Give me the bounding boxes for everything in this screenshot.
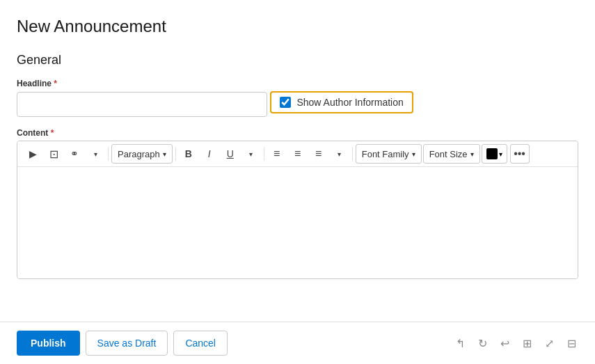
bottom-icon-3[interactable]: ↩ bbox=[498, 336, 511, 350]
show-author-checkbox[interactable] bbox=[280, 97, 291, 108]
font-size-dropdown[interactable]: Font Size ▾ bbox=[423, 144, 480, 164]
align-dropdown-button[interactable]: ▾ bbox=[330, 144, 349, 164]
format-dropdown-button[interactable]: ▾ bbox=[241, 144, 261, 164]
headline-label: Headline * bbox=[17, 79, 578, 88]
align-right-button[interactable]: ≡ bbox=[309, 144, 328, 164]
image-icon: ⊡ bbox=[49, 148, 58, 161]
more-icon: ••• bbox=[514, 148, 525, 160]
bottom-right-icons: ↰ ↻ ↩ ⊞ ⤢ ⊟ bbox=[453, 336, 578, 350]
publish-button[interactable]: Publish bbox=[17, 331, 80, 356]
media-dropdown-button[interactable]: ▾ bbox=[86, 144, 105, 164]
italic-icon: I bbox=[208, 148, 211, 159]
bottom-actions: Publish Save as Draft Cancel bbox=[17, 331, 228, 356]
bottom-icon-4[interactable]: ⊞ bbox=[520, 336, 534, 350]
font-family-chevron-icon: ▾ bbox=[412, 150, 415, 158]
editor-toolbar: ▶ ⊡ ⚭ ▾ Paragraph ▾ bbox=[17, 141, 578, 167]
font-size-chevron-icon: ▾ bbox=[470, 150, 474, 158]
font-family-label: Font Family bbox=[362, 149, 409, 159]
bottom-icon-6[interactable]: ⊟ bbox=[564, 336, 578, 350]
more-options-button[interactable]: ••• bbox=[510, 144, 530, 164]
content-editor: ▶ ⊡ ⚭ ▾ Paragraph ▾ bbox=[17, 141, 578, 279]
bold-icon: B bbox=[185, 148, 192, 159]
paragraph-chevron-icon: ▾ bbox=[163, 150, 166, 158]
bottom-icon-2[interactable]: ↻ bbox=[475, 336, 489, 350]
format-chevron-icon: ▾ bbox=[249, 150, 253, 158]
image-button[interactable]: ⊡ bbox=[44, 144, 63, 164]
link-button[interactable]: ⚭ bbox=[65, 144, 84, 164]
underline-button[interactable]: U bbox=[221, 144, 240, 164]
video-icon: ▶ bbox=[29, 148, 37, 159]
paragraph-dropdown[interactable]: Paragraph ▾ bbox=[111, 144, 173, 164]
color-picker-button[interactable]: ▾ bbox=[482, 144, 507, 164]
main-content: New Announcement General Headline * Show… bbox=[0, 0, 595, 322]
divider-4 bbox=[352, 147, 353, 161]
cancel-button[interactable]: Cancel bbox=[173, 331, 228, 356]
align-center-button[interactable]: ≡ bbox=[288, 144, 308, 164]
section-title: General bbox=[17, 53, 578, 68]
font-size-label: Font Size bbox=[429, 149, 468, 159]
divider-3 bbox=[264, 147, 264, 161]
align-left-icon: ≡ bbox=[273, 148, 280, 159]
divider-2 bbox=[175, 147, 176, 161]
bottom-icon-5[interactable]: ⤢ bbox=[542, 336, 556, 350]
divider-1 bbox=[108, 147, 109, 161]
content-required-indicator: * bbox=[51, 128, 54, 138]
link-icon: ⚭ bbox=[70, 148, 79, 159]
color-swatch bbox=[486, 148, 498, 159]
font-family-dropdown[interactable]: Font Family ▾ bbox=[356, 144, 422, 164]
page-wrapper: New Announcement General Headline * Show… bbox=[0, 0, 595, 364]
bold-button[interactable]: B bbox=[179, 144, 198, 164]
editor-body[interactable] bbox=[17, 167, 578, 278]
page-title: New Announcement bbox=[17, 17, 578, 36]
show-author-label: Show Author Information bbox=[296, 97, 403, 108]
align-right-icon: ≡ bbox=[315, 148, 322, 160]
headline-input[interactable] bbox=[17, 92, 267, 117]
save-draft-button[interactable]: Save as Draft bbox=[86, 331, 168, 356]
color-chevron-icon: ▾ bbox=[499, 150, 502, 158]
align-chevron-icon: ▾ bbox=[338, 150, 341, 158]
align-left-button[interactable]: ≡ bbox=[267, 144, 287, 164]
bottom-icon-1[interactable]: ↰ bbox=[453, 336, 467, 350]
show-author-checkbox-container[interactable]: Show Author Information bbox=[270, 91, 413, 113]
align-center-icon: ≡ bbox=[294, 148, 301, 160]
required-indicator: * bbox=[54, 79, 57, 88]
video-button[interactable]: ▶ bbox=[23, 144, 42, 164]
underline-icon: U bbox=[227, 148, 234, 159]
italic-button[interactable]: I bbox=[200, 144, 219, 164]
chevron-down-icon: ▾ bbox=[94, 150, 97, 158]
content-label: Content * bbox=[17, 128, 578, 138]
bottom-bar: Publish Save as Draft Cancel ↰ ↻ ↩ ⊞ ⤢ ⊟ bbox=[0, 322, 595, 364]
paragraph-label: Paragraph bbox=[118, 149, 160, 159]
